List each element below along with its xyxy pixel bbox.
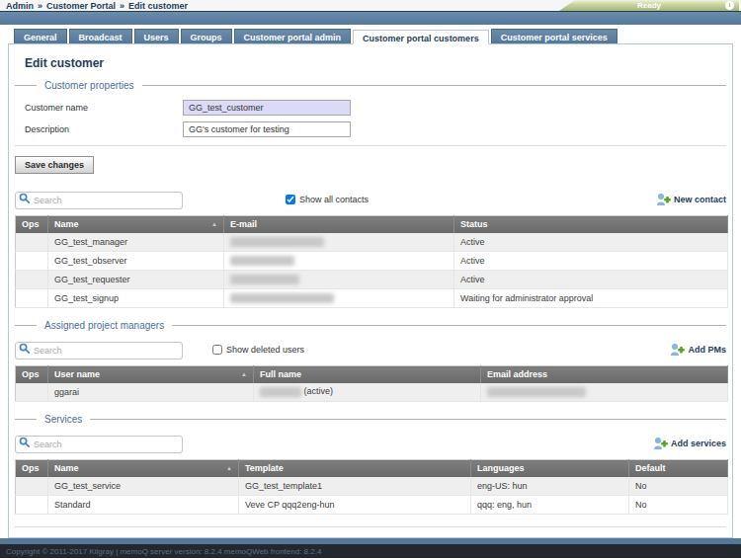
description-row: Description bbox=[25, 121, 726, 137]
contact-row[interactable]: GG_test_observer Active bbox=[16, 252, 728, 271]
contact-status-cell: Active bbox=[454, 252, 728, 271]
pms-col-fullname[interactable]: Full name bbox=[254, 366, 481, 383]
sort-ascending-icon: ▲ bbox=[241, 371, 247, 377]
new-contact-label: New contact bbox=[674, 195, 726, 204]
ops-cell bbox=[16, 383, 48, 402]
tab-bar: General Broadcast Users Groups Customer … bbox=[0, 25, 741, 43]
breadcrumb-separator: » bbox=[120, 1, 124, 11]
customer-name-input[interactable] bbox=[183, 100, 351, 116]
copyright-text: Copyright © 2011-2017 Kilgray | memoQ se… bbox=[6, 547, 321, 556]
pms-table: Ops User name ▲ Full name Email address … bbox=[15, 365, 728, 402]
show-all-contacts-label: Show all contacts bbox=[299, 195, 369, 204]
contacts-searchbox bbox=[15, 190, 183, 209]
pm-email-cell bbox=[481, 383, 728, 402]
tab-customer-portal-customers[interactable]: Customer portal customers bbox=[353, 30, 489, 44]
contacts-header-row: Ops Name ▲ E-mail Status bbox=[16, 216, 728, 233]
redacted-email bbox=[230, 293, 334, 303]
breadcrumb-item-edit-customer: Edit customer bbox=[128, 1, 188, 11]
redacted-email bbox=[230, 237, 324, 247]
person-add-icon bbox=[656, 193, 671, 206]
ops-cell bbox=[16, 289, 48, 308]
services-col-default[interactable]: Default bbox=[629, 460, 728, 477]
breadcrumb-item-customer-portal[interactable]: Customer Portal bbox=[46, 1, 116, 11]
contact-name-cell: GG_test_observer bbox=[48, 252, 224, 271]
service-name-cell: GG_test_service bbox=[48, 477, 239, 496]
service-languages-cell: eng-US: hun bbox=[471, 477, 629, 496]
section-legend-customer-properties: Customer properties bbox=[15, 80, 726, 91]
contact-row[interactable]: GG_test_requester Active bbox=[16, 271, 728, 289]
customer-name-row: Customer name bbox=[25, 100, 726, 116]
services-search-input[interactable] bbox=[15, 436, 183, 453]
contacts-col-name[interactable]: Name ▲ bbox=[48, 216, 224, 233]
services-col-template[interactable]: Template bbox=[239, 460, 471, 477]
section-legend-project-managers: Assigned project managers bbox=[15, 320, 726, 331]
contacts-col-ops: Ops bbox=[16, 216, 48, 233]
contact-email-cell bbox=[224, 252, 454, 271]
pms-toolbar: Show deleted users Add PMs bbox=[15, 340, 726, 360]
service-row[interactable]: GG_test_service GG_test_template1 eng-US… bbox=[16, 477, 728, 496]
add-services-label: Add services bbox=[671, 439, 726, 448]
contact-name-cell: GG_test_manager bbox=[48, 233, 224, 252]
pm-row[interactable]: ggarai (active) bbox=[16, 383, 728, 402]
contact-status-cell: Active bbox=[454, 233, 728, 252]
pms-header-row: Ops User name ▲ Full name Email address bbox=[16, 366, 728, 383]
divider bbox=[15, 145, 726, 146]
pms-col-email[interactable]: Email address bbox=[481, 366, 728, 383]
contacts-table: Ops Name ▲ E-mail Status GG_test_manager… bbox=[15, 215, 728, 308]
ops-cell bbox=[16, 271, 48, 289]
add-pms-label: Add PMs bbox=[688, 345, 726, 355]
redacted-name bbox=[260, 387, 301, 397]
tab-customer-portal-admin[interactable]: Customer portal admin bbox=[234, 29, 352, 43]
contact-name-cell: GG_test_signup bbox=[48, 289, 224, 308]
breadcrumb-item-admin[interactable]: Admin bbox=[6, 1, 34, 11]
pms-search-input[interactable] bbox=[15, 342, 183, 360]
services-header-row: Ops Name ▲ Template Languages Default bbox=[16, 460, 728, 477]
search-icon bbox=[19, 437, 31, 448]
person-add-icon bbox=[670, 343, 685, 357]
contact-row[interactable]: GG_test_manager Active bbox=[16, 233, 728, 252]
redacted-email bbox=[487, 387, 586, 397]
sort-ascending-icon: ▲ bbox=[226, 465, 232, 471]
add-services-button[interactable]: Add services bbox=[653, 437, 726, 450]
contact-row[interactable]: GG_test_signup Waiting for administrator… bbox=[16, 289, 728, 308]
service-template-cell: Veve CP qqq2eng-hun bbox=[239, 496, 471, 515]
person-add-icon bbox=[653, 437, 668, 450]
contacts-col-email[interactable]: E-mail bbox=[224, 216, 454, 233]
description-input[interactable] bbox=[183, 121, 351, 137]
new-contact-button[interactable]: New contact bbox=[656, 193, 726, 206]
search-icon bbox=[19, 193, 31, 204]
content-panel: Edit customer Customer properties Custom… bbox=[8, 43, 733, 538]
tab-broadcast[interactable]: Broadcast bbox=[69, 29, 132, 43]
divider bbox=[15, 526, 726, 527]
pms-col-ops: Ops bbox=[16, 366, 48, 383]
contact-name-cell: GG_test_requester bbox=[48, 271, 224, 289]
service-default-cell: No bbox=[629, 496, 728, 515]
status-label: Ready bbox=[637, 1, 661, 10]
show-deleted-users-checkbox[interactable] bbox=[212, 345, 222, 355]
show-all-contacts-checkbox[interactable] bbox=[286, 195, 295, 204]
info-icon[interactable]: i bbox=[725, 1, 734, 10]
contact-status-cell: Active bbox=[454, 271, 728, 289]
contact-email-cell bbox=[224, 289, 454, 308]
services-col-name[interactable]: Name ▲ bbox=[48, 460, 239, 477]
show-all-contacts-option: Show all contacts bbox=[286, 195, 369, 204]
redacted-email bbox=[230, 256, 294, 266]
page-title: Edit customer bbox=[25, 56, 726, 70]
tab-users[interactable]: Users bbox=[134, 29, 179, 43]
services-toolbar: Add services bbox=[15, 434, 726, 453]
pms-col-username[interactable]: User name ▲ bbox=[48, 366, 254, 383]
contacts-search-input[interactable] bbox=[15, 192, 183, 209]
search-icon bbox=[19, 343, 31, 355]
tab-groups[interactable]: Groups bbox=[181, 29, 232, 43]
service-row[interactable]: Standard Veve CP qqq2eng-hun qqq: eng, h… bbox=[16, 496, 728, 515]
contacts-col-status[interactable]: Status bbox=[454, 216, 728, 233]
services-col-languages[interactable]: Languages bbox=[471, 460, 629, 477]
tab-general[interactable]: General bbox=[14, 29, 67, 43]
description-label: Description bbox=[25, 124, 183, 134]
save-changes-button[interactable]: Save changes bbox=[15, 156, 94, 174]
add-pms-button[interactable]: Add PMs bbox=[670, 343, 726, 357]
redacted-email bbox=[230, 275, 299, 284]
tab-customer-portal-services[interactable]: Customer portal services bbox=[491, 29, 618, 43]
app-window: Admin » Customer Portal » Edit customer … bbox=[0, 0, 741, 560]
footer-bar: Copyright © 2011-2017 Kilgray | memoQ se… bbox=[0, 544, 741, 558]
